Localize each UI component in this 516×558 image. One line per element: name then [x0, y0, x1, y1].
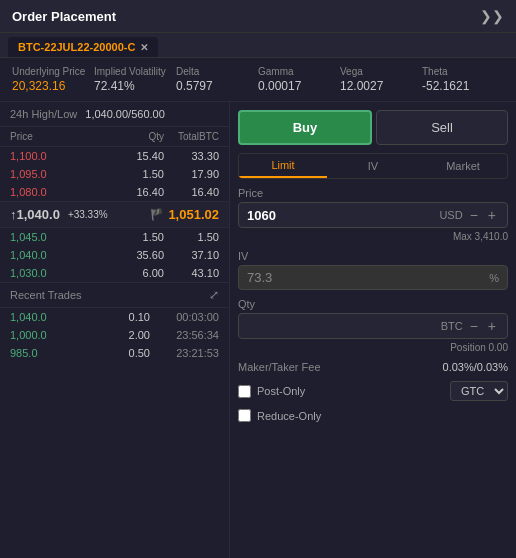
iv-value: 72.41% — [94, 79, 176, 93]
expand-icon[interactable]: ❯❯ — [480, 8, 504, 24]
bid-price-0: 1,045.0 — [10, 231, 109, 243]
mid-price: ↑1,040.0 — [10, 207, 60, 222]
high-low-label: 24h High/Low — [10, 108, 77, 120]
col-total-header: TotalBTC — [164, 131, 219, 142]
ask-price-0: 1,100.0 — [10, 150, 109, 162]
trade-qty-0: 0.10 — [110, 311, 150, 323]
trade-row-2: 985.0 0.50 23:21:53 — [0, 344, 229, 362]
qty-unit: BTC — [441, 320, 463, 332]
recent-trades-expand-icon[interactable]: ⤢ — [209, 288, 219, 302]
sell-button[interactable]: Sell — [376, 110, 508, 145]
order-placement-panel: Order Placement ❯❯ BTC-22JUL22-20000-C ✕… — [0, 0, 516, 558]
trade-row-0: 1,040.0 0.10 00:03:00 — [0, 308, 229, 326]
iv-input[interactable] — [247, 270, 489, 285]
bid-price-2: 1,030.0 — [10, 267, 109, 279]
delta-item: Delta 0.5797 — [176, 66, 258, 93]
buy-sell-row: Buy Sell — [238, 110, 508, 145]
post-only-label: Post-Only — [257, 385, 305, 397]
post-only-row: Post-Only GTC IOC FOK — [238, 381, 508, 401]
ask-total-2: 16.40 — [164, 186, 219, 198]
reduce-only-label: Reduce-Only — [257, 410, 321, 422]
iv-order-label: IV — [238, 250, 508, 262]
price-decrease-button[interactable]: − — [467, 207, 481, 223]
trade-price-2: 985.0 — [10, 347, 106, 359]
mid-row: ↑1,040.0 +33.33% 🏴 1,051.02 — [0, 201, 229, 228]
panel-title: Order Placement — [12, 9, 116, 24]
gamma-value: 0.00017 — [258, 79, 340, 93]
order-type-limit[interactable]: Limit — [239, 154, 327, 178]
underlying-price-label: Underlying Price — [12, 66, 94, 77]
order-type-row: Limit IV Market — [238, 153, 508, 179]
order-type-iv[interactable]: IV — [329, 154, 417, 178]
price-input[interactable] — [247, 208, 435, 223]
fee-label: Maker/Taker Fee — [238, 361, 321, 373]
vega-value: 12.0027 — [340, 79, 422, 93]
content-area: 24h High/Low 1,040.00/560.00 Price Qty T… — [0, 102, 516, 558]
col-price-header: Price — [10, 131, 109, 142]
position-hint: Position 0.00 — [238, 342, 508, 353]
ask-qty-2: 16.40 — [109, 186, 164, 198]
bid-row-2[interactable]: 1,030.0 6.00 43.10 — [0, 264, 229, 282]
vega-label: Vega — [340, 66, 422, 77]
ask-row-2[interactable]: 1,080.0 16.40 16.40 — [0, 183, 229, 201]
recent-trades-list: 1,040.0 0.10 00:03:00 1,000.0 2.00 23:56… — [0, 308, 229, 362]
qty-input[interactable] — [247, 319, 437, 334]
trade-price-1: 1,000.0 — [10, 329, 106, 341]
bid-total-0: 1.50 — [164, 231, 219, 243]
ask-total-1: 17.90 — [164, 168, 219, 180]
fee-value: 0.03%/0.03% — [443, 361, 508, 373]
reduce-only-checkbox[interactable] — [238, 409, 251, 422]
asks-list: 1,100.0 15.40 33.30 1,095.0 1.50 17.90 1… — [0, 147, 229, 201]
price-field: Price USD − + Max 3,410.0 — [238, 187, 508, 242]
bid-row-0[interactable]: 1,045.0 1.50 1.50 — [0, 228, 229, 246]
ask-row-0[interactable]: 1,100.0 15.40 33.30 — [0, 147, 229, 165]
col-qty-header: Qty — [109, 131, 164, 142]
order-type-market[interactable]: Market — [419, 154, 507, 178]
delta-label: Delta — [176, 66, 258, 77]
high-low-row: 24h High/Low 1,040.00/560.00 — [0, 102, 229, 127]
tab-close-icon[interactable]: ✕ — [140, 42, 148, 53]
theta-value: -52.1621 — [422, 79, 504, 93]
ask-price-2: 1,080.0 — [10, 186, 109, 198]
qty-increase-button[interactable]: + — [485, 318, 499, 334]
tif-select[interactable]: GTC IOC FOK — [450, 381, 508, 401]
buy-button[interactable]: Buy — [238, 110, 372, 145]
iv-field: IV % — [238, 250, 508, 290]
iv-item: Implied Volatility 72.41% — [94, 66, 176, 93]
price-unit: USD — [439, 209, 462, 221]
price-input-row: USD − + — [238, 202, 508, 228]
trade-row-1: 1,000.0 2.00 23:56:34 — [0, 326, 229, 344]
mid-mark: 🏴 1,051.02 — [150, 207, 219, 222]
panel-header: Order Placement ❯❯ — [0, 0, 516, 33]
instrument-tab[interactable]: BTC-22JUL22-20000-C ✕ — [8, 37, 158, 57]
price-increase-button[interactable]: + — [485, 207, 499, 223]
book-header: Price Qty TotalBTC — [0, 127, 229, 147]
ask-price-1: 1,095.0 — [10, 168, 109, 180]
ask-row-1[interactable]: 1,095.0 1.50 17.90 — [0, 165, 229, 183]
mid-change: +33.33% — [68, 209, 108, 220]
gamma-item: Gamma 0.00017 — [258, 66, 340, 93]
high-low-value: 1,040.00/560.00 — [85, 108, 165, 120]
ask-qty-0: 15.40 — [109, 150, 164, 162]
price-label: Price — [238, 187, 508, 199]
bid-total-1: 37.10 — [164, 249, 219, 261]
qty-input-row: BTC − + — [238, 313, 508, 339]
reduce-only-row: Reduce-Only — [238, 409, 508, 422]
post-only-checkbox[interactable] — [238, 385, 251, 398]
tab-bar: BTC-22JUL22-20000-C ✕ — [0, 33, 516, 58]
trade-price-0: 1,040.0 — [10, 311, 106, 323]
underlying-price-item: Underlying Price 20,323.16 — [12, 66, 94, 93]
iv-input-row: % — [238, 265, 508, 290]
left-panel: 24h High/Low 1,040.00/560.00 Price Qty T… — [0, 102, 230, 558]
theta-item: Theta -52.1621 — [422, 66, 504, 93]
qty-decrease-button[interactable]: − — [467, 318, 481, 334]
price-max-hint: Max 3,410.0 — [238, 231, 508, 242]
underlying-price-value: 20,323.16 — [12, 79, 94, 93]
iv-label: Implied Volatility — [94, 66, 176, 77]
greeks-row: Underlying Price 20,323.16 Implied Volat… — [0, 58, 516, 102]
flag-icon: 🏴 — [150, 208, 164, 221]
trade-qty-1: 2.00 — [110, 329, 150, 341]
bid-row-1[interactable]: 1,040.0 35.60 37.10 — [0, 246, 229, 264]
recent-trades-header: Recent Trades ⤢ — [0, 282, 229, 308]
bid-qty-0: 1.50 — [109, 231, 164, 243]
